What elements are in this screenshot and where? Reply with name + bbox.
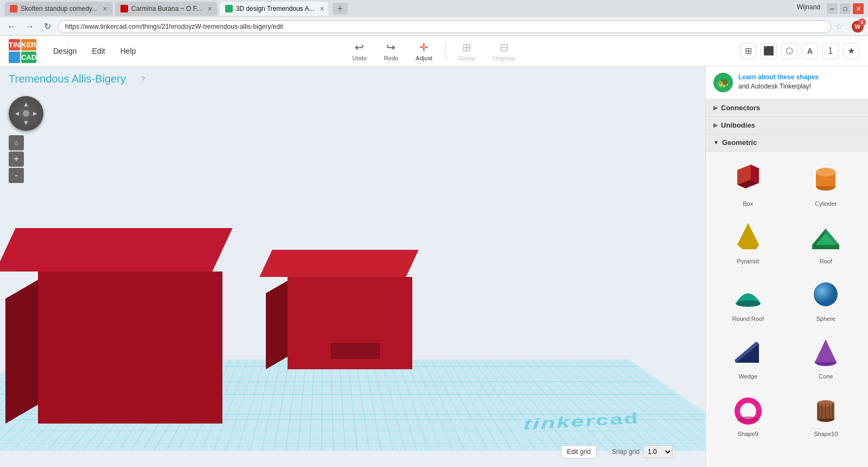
zoom-controls: ⌂ + - <box>9 135 43 183</box>
logo-ker: KER <box>21 39 36 51</box>
shape-roof-label: Roof <box>820 258 832 264</box>
group-button[interactable]: ⊞ Group <box>455 39 480 64</box>
shape-box-icon <box>729 160 767 198</box>
wireframe-button[interactable]: ⬡ <box>781 43 797 59</box>
tab-1[interactable]: Skoften standup comedy... ✕ <box>4 2 113 16</box>
toolbar-separator <box>445 41 446 61</box>
close-button[interactable]: ✕ <box>853 3 864 14</box>
ungroup-button[interactable]: ⊟ Ungroup <box>488 39 520 64</box>
tab-2[interactable]: Carmina Burana ~ O F... ✕ <box>115 2 218 16</box>
compass-ring[interactable]: ▲ ◄ ► ▼ <box>9 96 43 131</box>
group-icon: ⊞ <box>462 41 471 54</box>
address-input[interactable] <box>58 20 831 33</box>
shape-box[interactable]: Box <box>711 157 785 210</box>
tab-label-1: Skoften standup comedy... <box>21 5 97 12</box>
new-tab-button[interactable]: + <box>333 3 348 15</box>
bookmark-button[interactable]: ☆ <box>835 21 843 31</box>
shape-round-roof-icon <box>729 275 767 313</box>
nav-edit[interactable]: Edit <box>85 42 113 60</box>
zoom-in-button[interactable]: + <box>9 152 24 167</box>
compass-s[interactable]: ▼ <box>22 118 31 127</box>
compass-n[interactable]: ▲ <box>22 100 31 109</box>
home-button[interactable]: ⌂ <box>9 135 24 150</box>
star-button[interactable]: ★ <box>843 43 859 59</box>
redo-button[interactable]: ↪ Redo <box>380 39 403 64</box>
shape-wood[interactable]: Shape10 <box>789 387 863 440</box>
right-panel: › 🐢 Learn about these shapes and Autodes… <box>705 66 868 467</box>
svg-point-13 <box>814 282 838 306</box>
cube-view-button[interactable]: ⬛ <box>761 43 777 59</box>
tab-close-1[interactable]: ✕ <box>103 5 107 12</box>
app-header: TIN KER CAD Design Edit Help ↩ Undo ↪ Re… <box>0 36 868 66</box>
shape-round-roof[interactable]: Round Roof <box>711 272 785 325</box>
adjust-button[interactable]: ✛ Adjust <box>411 39 437 64</box>
undo-icon: ↩ <box>355 41 364 54</box>
shape-wood-icon <box>807 390 845 428</box>
compass-center[interactable] <box>23 110 29 117</box>
learn-banner: 🐢 Learn about these shapes and Autodesk … <box>706 66 868 99</box>
shape-cone[interactable]: Cone <box>789 330 863 383</box>
compass-w[interactable]: ◄ <box>12 109 22 118</box>
minimize-button[interactable]: ─ <box>827 3 838 14</box>
section-connectors[interactable]: ▶ Connectors <box>706 99 868 117</box>
shape-cylinder[interactable]: Cylinder <box>789 157 863 210</box>
svg-rect-11 <box>812 245 839 249</box>
project-title[interactable]: Tremendous Allis-Bigery <box>9 73 126 85</box>
shape-roof-icon <box>807 218 845 256</box>
connectors-label: Connectors <box>721 104 760 112</box>
box-top-face <box>0 228 233 272</box>
med-box-detail <box>331 343 380 358</box>
shape-cone-icon <box>807 333 845 371</box>
tab-favicon-2 <box>120 5 128 12</box>
user-name: Wijnand <box>797 3 820 14</box>
tab-favicon-3 <box>225 5 233 12</box>
number-button[interactable]: 1 <box>822 43 839 59</box>
section-unibodies[interactable]: ▶ Unibodies <box>706 117 868 134</box>
shape-cone-label: Cone <box>819 373 833 380</box>
grid-view-button[interactable]: ⊞ <box>740 43 756 59</box>
tab-3[interactable]: 3D design Tremendous A... ✕ <box>220 2 328 16</box>
help-button[interactable]: ? <box>141 75 145 83</box>
compass-arrows: ▲ ◄ ► ▼ <box>12 100 40 127</box>
unibodies-arrow: ▶ <box>713 122 718 128</box>
nav-help[interactable]: Help <box>113 42 144 60</box>
adjust-icon: ✛ <box>419 41 429 54</box>
tinkercad-logo[interactable]: TIN KER CAD <box>9 39 33 63</box>
snap-grid-label: Snap grid <box>612 448 640 456</box>
canvas-area[interactable]: Tremendous Allis-Bigery ? ▲ ◄ ► ▼ ⌂ <box>0 66 705 467</box>
forward-button[interactable]: → <box>23 21 37 33</box>
tab-close-2[interactable]: ✕ <box>207 5 212 12</box>
shape-pyramid-label: Pyramid <box>737 258 759 264</box>
svg-point-20 <box>737 416 759 423</box>
compass-se <box>30 118 40 127</box>
nav-controls: ▲ ◄ ► ▼ ⌂ + - <box>9 96 43 184</box>
snap-grid-select[interactable]: 1.0 0.5 2.0 <box>643 445 673 458</box>
tab-close-3[interactable]: ✕ <box>320 5 324 12</box>
shape-wedge[interactable]: Wedge <box>711 330 785 383</box>
tab-favicon-1 <box>10 5 17 12</box>
shape-roof[interactable]: Roof <box>789 214 863 268</box>
undo-button[interactable]: ↩ Undo <box>348 39 371 64</box>
maximize-button[interactable]: □ <box>840 3 851 14</box>
shape-sphere-label: Sphere <box>816 315 835 322</box>
shape-sphere[interactable]: Sphere <box>789 272 863 325</box>
tab-label-3: 3D design Tremendous A... <box>236 5 315 12</box>
shape-box-large[interactable] <box>5 250 222 424</box>
zoom-out-button[interactable]: - <box>9 168 24 183</box>
compass-e[interactable]: ► <box>30 109 40 118</box>
panel-collapse-button[interactable]: › <box>705 256 706 277</box>
tab-label-2: Carmina Burana ~ O F... <box>131 5 202 12</box>
shape-torus[interactable]: Shape9 <box>711 387 785 440</box>
shape-pyramid[interactable]: Pyramid <box>711 214 785 268</box>
learn-text-line1[interactable]: Learn about these shapes <box>738 73 819 81</box>
back-button[interactable]: ← <box>4 21 18 33</box>
reload-button[interactable]: ↻ <box>41 20 54 33</box>
section-geometric[interactable]: ▼ Geometric <box>706 134 868 152</box>
text-button[interactable]: A <box>802 43 818 59</box>
box-side-face <box>5 280 38 424</box>
nav-design[interactable]: Design <box>46 42 85 60</box>
snap-grid-container: Snap grid 1.0 0.5 2.0 <box>612 445 673 458</box>
nav-menu: Design Edit Help <box>46 42 144 60</box>
toolbar-right: ⊞ ⬛ ⬡ A 1 ★ <box>740 43 859 59</box>
edit-grid-button[interactable]: Edit grid <box>561 445 597 458</box>
